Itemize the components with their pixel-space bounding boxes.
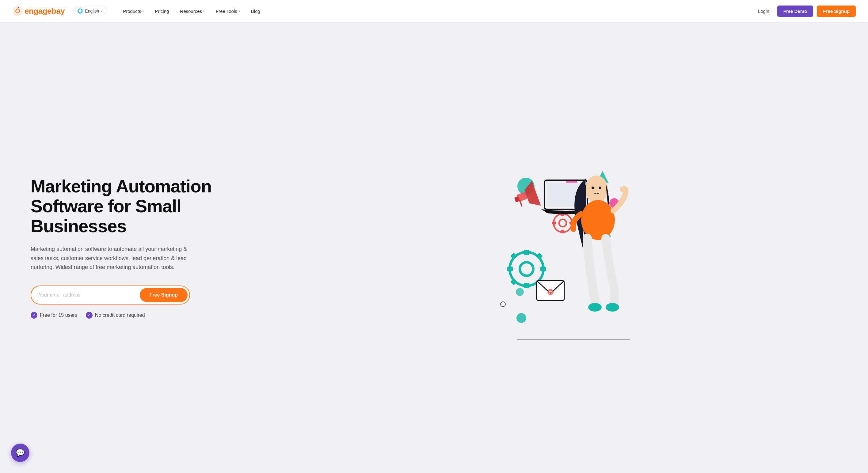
svg-rect-21 [536,253,543,260]
logo[interactable]: engagebay [12,5,65,17]
hero-badges: ✓ Free for 15 users ✓ No credit card req… [31,312,221,319]
badge-free-users: ✓ Free for 15 users [31,312,77,319]
navbar: engagebay 🌐 English ▾ Products ▾ Pricing… [0,0,868,22]
hero-illustration: @ [221,153,843,343]
free-demo-button[interactable]: Free Demo [777,5,813,17]
svg-rect-16 [524,250,529,255]
svg-rect-17 [524,283,529,288]
svg-rect-27 [561,230,564,233]
logo-text: engagebay [25,6,65,16]
svg-text:@: @ [549,290,553,294]
hero-subtitle: Marketing automation software to automat… [31,245,196,272]
main-nav: Products ▾ Pricing Resources ▾ Free Tool… [119,6,754,16]
svg-point-15 [520,262,533,276]
check-icon: ✓ [86,312,93,319]
svg-rect-22 [510,279,517,285]
svg-point-24 [554,214,572,232]
svg-rect-20 [510,253,517,260]
nav-item-free-tools[interactable]: Free Tools ▾ [212,6,244,16]
svg-rect-19 [540,266,546,272]
language-selector[interactable]: 🌐 English ▾ [73,7,106,15]
hero-title: Marketing Automation Software for Small … [31,177,221,236]
svg-point-35 [585,176,608,203]
nav-item-pricing[interactable]: Pricing [151,6,173,16]
svg-point-7 [516,288,524,296]
chevron-down-icon: ▾ [142,9,144,13]
language-label: English [85,8,99,13]
globe-icon: 🌐 [77,8,83,14]
svg-rect-18 [507,266,513,272]
nav-item-blog[interactable]: Blog [247,6,265,16]
hero-section: Marketing Automation Software for Small … [0,22,868,473]
nav-item-resources[interactable]: Resources ▾ [176,6,209,16]
email-input[interactable] [39,292,140,298]
svg-point-9 [517,313,526,323]
svg-point-25 [559,219,566,227]
badge-no-cc: ✓ No credit card required [86,312,145,319]
chevron-down-icon: ▾ [101,9,102,13]
chevron-down-icon: ▾ [203,9,205,13]
nav-actions: Login Free Demo Free Signup [754,5,856,17]
hero-content: Marketing Automation Software for Small … [31,177,221,319]
svg-point-37 [588,303,602,312]
free-signup-nav-button[interactable]: Free Signup [817,5,856,17]
svg-point-0 [13,6,23,16]
signup-button[interactable]: Free Signup [140,288,188,302]
svg-point-8 [500,302,505,307]
svg-point-1 [18,7,19,8]
email-form: Free Signup [31,285,190,305]
login-button[interactable]: Login [754,6,774,16]
svg-point-38 [606,303,619,312]
svg-rect-28 [552,221,556,225]
chevron-down-icon: ▾ [239,9,240,13]
nav-item-products[interactable]: Products ▾ [119,6,148,16]
chat-icon: 💬 [16,448,25,457]
svg-line-13 [520,201,522,206]
svg-point-39 [592,187,594,189]
check-icon: ✓ [31,312,37,319]
svg-point-40 [599,187,601,189]
chat-bubble-button[interactable]: 💬 [11,444,29,462]
